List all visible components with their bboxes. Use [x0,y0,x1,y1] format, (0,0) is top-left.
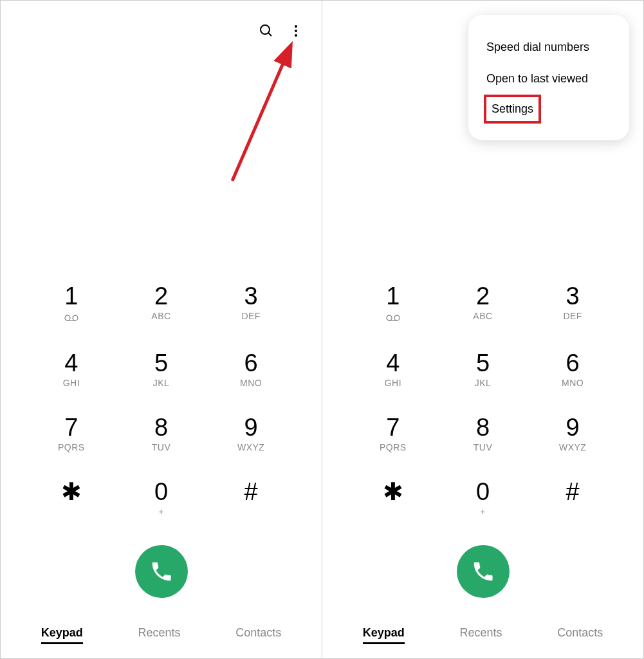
call-button-wrap [1,536,322,616]
key-hash[interactable]: # [528,479,618,517]
phone-screen-left: 1 2 ABC 3 DEF 4 GHI [1,1,322,658]
key-digit: 7 [64,415,78,440]
key-digit: 3 [566,284,580,308]
svg-point-4 [295,34,297,37]
key-digit: # [244,479,258,504]
tab-keypad[interactable]: Keypad [41,624,83,644]
search-icon[interactable] [259,23,274,39]
svg-point-0 [261,25,270,34]
menu-item-settings[interactable]: Settings [484,95,541,124]
key-2[interactable]: 2 ABC [438,284,528,324]
key-letters: + [480,506,486,517]
key-digit: 8 [154,415,168,440]
voicemail-icon [386,312,400,324]
key-digit: 0 [476,479,490,504]
key-digit: ✱ [61,479,82,504]
key-7[interactable]: 7 PQRS [26,415,116,452]
keypad: 1 2 ABC 3 DEF 4 GHI [1,284,322,536]
key-letters: ABC [151,311,170,321]
key-letters: GHI [63,378,80,388]
key-2[interactable]: 2 ABC [116,284,207,324]
key-digit: 3 [244,284,258,308]
key-digit: 2 [476,284,490,308]
tab-contacts[interactable]: Contacts [557,624,603,644]
key-letters: JKL [475,378,492,388]
key-letters: PQRS [380,442,407,452]
key-letters: WXYZ [559,442,586,452]
phone-icon [149,559,174,584]
key-letters: + [158,506,164,517]
key-digit: 5 [476,351,490,375]
key-letters: DEF [563,311,582,321]
key-digit: # [566,479,580,504]
key-9[interactable]: 9 WXYZ [206,415,296,452]
keypad: 1 2 ABC 3 DEF 4 GHI [322,284,643,536]
key-6[interactable]: 6 MNO [528,351,618,388]
key-digit: 6 [244,351,258,375]
key-digit: 6 [566,351,580,375]
svg-point-10 [387,315,392,320]
key-letters: MNO [562,378,584,388]
key-letters: GHI [385,378,401,388]
key-3[interactable]: 3 DEF [528,284,618,324]
tab-recents[interactable]: Recents [138,624,180,644]
key-digit: ✱ [383,479,403,504]
key-9[interactable]: 9 WXYZ [528,415,618,452]
key-letters: TUV [474,442,493,452]
tab-contacts[interactable]: Contacts [235,624,281,644]
phone-icon [471,559,495,584]
bottom-tabs: Keypad Recents Contacts [1,616,322,658]
menu-item-open-last[interactable]: Open to last viewed [484,63,614,95]
key-7[interactable]: 7 PQRS [348,415,438,452]
key-1[interactable]: 1 [348,284,438,324]
key-digit: 0 [154,479,168,504]
phone-screen-right: Speed dial numbers Open to last viewed S… [322,1,643,658]
key-1[interactable]: 1 [26,284,116,324]
key-letters: WXYZ [237,442,264,452]
key-letters: ABC [473,311,492,321]
key-digit: 1 [64,284,78,308]
key-5[interactable]: 5 JKL [438,351,528,388]
voicemail-icon [64,312,78,324]
call-button[interactable] [135,545,188,598]
key-digit: 9 [566,415,580,440]
key-letters: DEF [241,311,261,321]
top-bar [1,1,322,52]
tab-recents[interactable]: Recents [459,624,502,644]
more-options-icon[interactable] [290,24,302,37]
key-8[interactable]: 8 TUV [116,415,207,452]
key-digit: 5 [154,351,168,375]
key-hash[interactable]: # [206,479,296,517]
svg-point-2 [295,25,297,28]
key-letters: JKL [153,378,170,388]
svg-point-7 [65,315,70,320]
key-4[interactable]: 4 GHI [26,351,116,388]
overflow-menu: Speed dial numbers Open to last viewed S… [468,15,629,140]
bottom-tabs: Keypad Recents Contacts [322,616,643,658]
key-4[interactable]: 4 GHI [348,351,438,388]
key-6[interactable]: 6 MNO [206,351,296,388]
tab-keypad[interactable]: Keypad [363,624,405,644]
key-digit: 7 [386,415,400,440]
key-letters: PQRS [58,442,85,452]
key-digit: 4 [386,351,400,375]
key-star[interactable]: ✱ [348,479,438,517]
key-0[interactable]: 0 + [438,479,528,517]
key-star[interactable]: ✱ [26,479,116,517]
key-digit: 4 [64,351,78,375]
call-button[interactable] [457,545,510,598]
key-letters: TUV [152,442,171,452]
key-letters: MNO [240,378,262,388]
key-digit: 1 [386,284,400,308]
key-3[interactable]: 3 DEF [206,284,296,324]
key-digit: 8 [476,415,490,440]
call-button-wrap [322,536,643,616]
key-0[interactable]: 0 + [116,479,207,517]
key-8[interactable]: 8 TUV [438,415,528,452]
svg-point-8 [73,315,78,320]
menu-item-speed-dial[interactable]: Speed dial numbers [484,32,614,63]
svg-point-3 [295,30,297,32]
key-digit: 2 [154,284,168,308]
key-5[interactable]: 5 JKL [116,351,207,388]
svg-line-1 [268,33,271,36]
